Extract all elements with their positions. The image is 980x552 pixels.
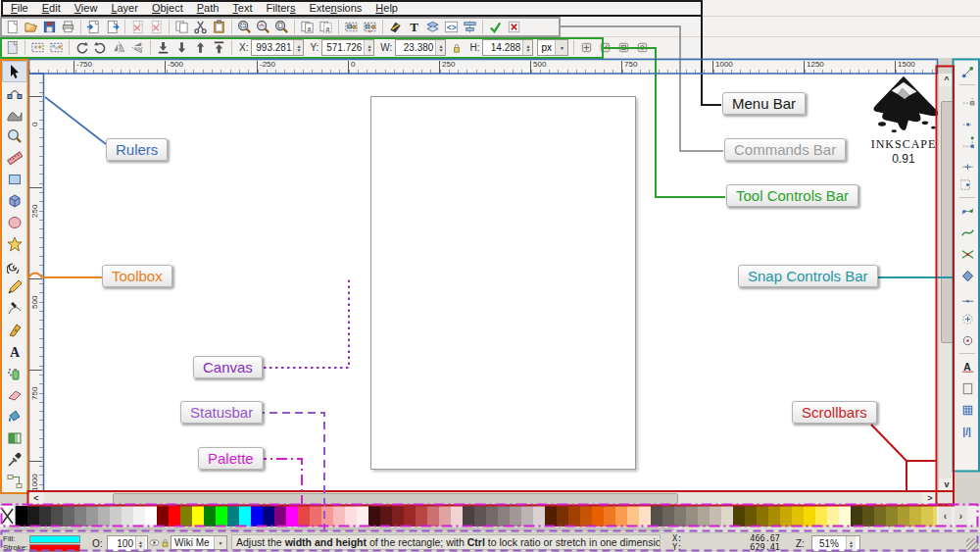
palette-swatch[interactable] xyxy=(357,506,368,527)
tool-measure[interactable] xyxy=(2,147,27,169)
palette-scroll-left-button[interactable]: ‹ xyxy=(939,506,952,527)
palette-swatch[interactable] xyxy=(404,506,416,527)
zoom-page-button[interactable] xyxy=(272,18,291,35)
tool-selector[interactable] xyxy=(2,61,27,82)
menu-extensions[interactable]: Extensions xyxy=(303,1,369,15)
snap-cusp-nodes-toggle[interactable] xyxy=(956,265,979,286)
palette-swatch[interactable] xyxy=(98,506,110,527)
menu-path[interactable]: Path xyxy=(190,1,226,15)
palette-swatch[interactable] xyxy=(27,506,39,527)
snap-grid-toggle[interactable] xyxy=(956,399,979,421)
palette-swatch[interactable] xyxy=(110,506,122,527)
palette-swatch[interactable] xyxy=(16,506,27,527)
copy-button[interactable] xyxy=(172,18,191,35)
palette-swatch[interactable] xyxy=(827,506,839,527)
close-document-button[interactable] xyxy=(505,18,523,35)
palette-swatch[interactable] xyxy=(510,506,521,527)
zoom-drawing-button[interactable] xyxy=(254,18,272,35)
palette-swatch[interactable] xyxy=(74,506,86,527)
palette-swatch[interactable] xyxy=(451,506,463,527)
new-document-button[interactable] xyxy=(3,18,22,35)
palette-swatch[interactable] xyxy=(710,506,721,527)
palette-swatch[interactable] xyxy=(39,506,51,527)
align-dialog-button[interactable] xyxy=(461,18,479,35)
palette-swatch[interactable] xyxy=(862,506,874,527)
snap-bbox-midpoints-toggle[interactable] xyxy=(956,152,979,174)
opacity-spinner[interactable]: ▲▼ xyxy=(135,536,145,551)
undo-button[interactable] xyxy=(128,18,147,35)
layer-select[interactable]: Wiki Me ▼ xyxy=(171,535,227,550)
palette-swatch[interactable] xyxy=(839,506,851,527)
menu-text[interactable]: Text xyxy=(225,1,259,15)
affect-stroke-toggle[interactable] xyxy=(614,39,633,57)
horizontal-scrollbar[interactable]: < > xyxy=(28,491,938,505)
palette-swatch[interactable] xyxy=(368,506,380,527)
palette-swatch[interactable] xyxy=(321,506,333,527)
palette-swatch[interactable] xyxy=(627,506,639,527)
affect-move-toggle[interactable] xyxy=(577,39,596,57)
palette-scroll-thumb[interactable] xyxy=(8,527,674,531)
tool-box-3d[interactable] xyxy=(2,190,27,212)
rotate-cw-button[interactable] xyxy=(91,39,110,57)
palette-swatch[interactable] xyxy=(333,506,345,527)
palette-swatch[interactable] xyxy=(133,506,145,527)
unit-select[interactable]: px ▼ xyxy=(537,39,568,56)
no-color-swatch[interactable] xyxy=(0,506,16,527)
palette-swatch[interactable] xyxy=(310,506,321,527)
scroll-right-button[interactable]: > xyxy=(922,491,938,505)
palette-scroll-right-button[interactable]: › xyxy=(955,506,967,527)
rotate-ccw-button[interactable] xyxy=(73,39,91,57)
select-all-button[interactable] xyxy=(28,39,47,57)
affect-corners-toggle[interactable] xyxy=(633,39,652,57)
y-spinner[interactable]: ▲▼ xyxy=(364,40,373,55)
resize-grip[interactable] xyxy=(966,538,978,550)
redo-button[interactable] xyxy=(147,18,166,35)
spellcheck-button[interactable] xyxy=(486,18,505,35)
palette-swatch[interactable] xyxy=(780,506,792,527)
palette-swatch[interactable] xyxy=(416,506,427,527)
palette-swatch[interactable] xyxy=(274,506,286,527)
save-document-button[interactable] xyxy=(40,18,59,35)
palette-swatch[interactable] xyxy=(286,506,298,527)
scroll-left-button[interactable]: < xyxy=(28,491,44,505)
snap-bbox-edges-toggle[interactable] xyxy=(956,109,979,130)
zoom-selection-button[interactable] xyxy=(235,18,254,35)
tool-paint-bucket[interactable] xyxy=(2,406,27,427)
snap-centers-toggle[interactable] xyxy=(956,308,979,329)
palette-swatch[interactable] xyxy=(804,506,815,527)
palette-swatch[interactable] xyxy=(886,506,898,527)
tool-tweak[interactable] xyxy=(2,104,27,125)
zoom-field[interactable]: 51% ▲▼ xyxy=(811,535,860,552)
palette-swatch[interactable] xyxy=(51,506,63,527)
palette-swatch[interactable] xyxy=(874,506,886,527)
snap-bbox-toggle[interactable] xyxy=(956,87,979,109)
tool-bezier[interactable] xyxy=(2,298,27,320)
palette-swatch[interactable] xyxy=(251,506,263,527)
palette-swatch[interactable] xyxy=(204,506,216,527)
lock-ratio-icon[interactable] xyxy=(451,42,463,54)
palette-swatch[interactable] xyxy=(227,506,239,527)
selection-toggle-button[interactable] xyxy=(3,39,22,57)
scroll-up-button[interactable]: ^ xyxy=(939,74,955,86)
snap-bbox-centers-toggle[interactable] xyxy=(956,174,979,195)
tool-gradient[interactable] xyxy=(2,427,27,449)
y-field[interactable]: 571.726 ▲▼ xyxy=(321,39,374,56)
tool-spiral[interactable] xyxy=(2,255,27,276)
palette-swatch[interactable] xyxy=(592,506,604,527)
snap-midpoints-toggle[interactable] xyxy=(956,286,979,308)
horizontal-ruler[interactable]: -750-500-2500250500750100012501500 xyxy=(29,60,938,74)
palette-swatch[interactable] xyxy=(639,506,651,527)
palette-swatch[interactable] xyxy=(122,506,133,527)
tool-star[interactable] xyxy=(2,233,27,255)
palette-swatch[interactable] xyxy=(157,506,169,527)
menu-filters[interactable]: Filters xyxy=(260,1,303,15)
palette-swatch[interactable] xyxy=(169,506,180,527)
snap-guides-toggle[interactable]: |/| xyxy=(956,421,979,442)
snap-paths-toggle[interactable] xyxy=(956,222,979,243)
text-dialog-button[interactable]: T xyxy=(405,18,423,35)
palette-swatch[interactable] xyxy=(815,506,827,527)
x-spinner[interactable]: ▲▼ xyxy=(293,40,303,55)
open-document-button[interactable] xyxy=(22,18,40,35)
palette-swatch[interactable] xyxy=(792,506,804,527)
tool-node-editor[interactable] xyxy=(2,82,27,104)
